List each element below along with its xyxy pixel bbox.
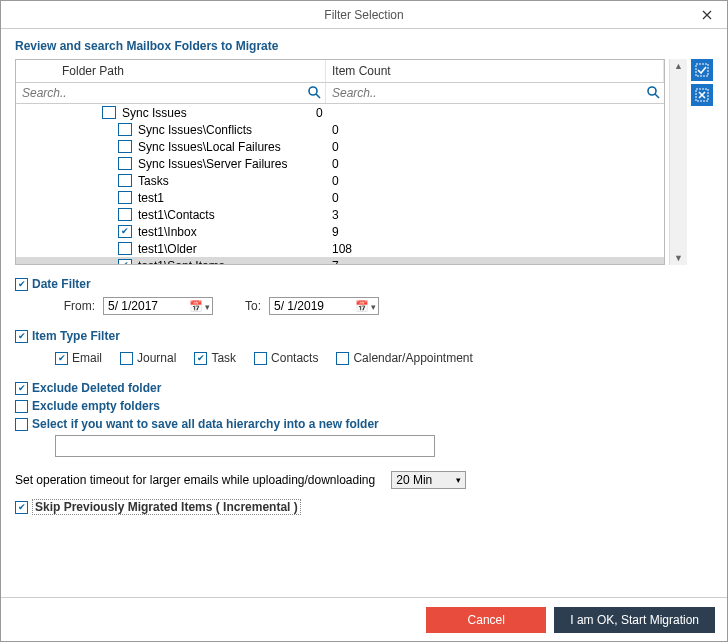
- select-all-button[interactable]: [691, 59, 713, 81]
- item-count-cell: 108: [326, 242, 664, 256]
- exclude-deleted-check[interactable]: Exclude Deleted folder: [15, 381, 713, 395]
- date-filter-check[interactable]: Date Filter: [15, 277, 713, 291]
- svg-point-1: [648, 87, 656, 95]
- item-count-cell: 9: [326, 225, 664, 239]
- item-type-option[interactable]: Contacts: [254, 351, 318, 365]
- checkbox-icon[interactable]: [118, 225, 132, 238]
- item-count-cell: 0: [326, 157, 664, 171]
- item-count-cell: 7: [326, 259, 664, 265]
- titlebar: Filter Selection: [1, 1, 727, 29]
- folder-path-cell: Sync Issues\Conflicts: [136, 123, 326, 137]
- table-row[interactable]: Sync Issues\Local Failures0: [16, 138, 664, 155]
- to-date-picker[interactable]: 5/ 1/2019 📅▾: [269, 297, 379, 315]
- table-row[interactable]: test10: [16, 189, 664, 206]
- scroll-down-icon[interactable]: ▼: [674, 253, 683, 263]
- checkbox-icon[interactable]: [15, 501, 28, 514]
- select-all-icon: [695, 63, 709, 77]
- folder-path-cell: test1\Older: [136, 242, 326, 256]
- checkbox-icon[interactable]: [194, 352, 207, 365]
- search-folder-path-input[interactable]: [16, 83, 325, 103]
- table-row[interactable]: Sync Issues0: [16, 104, 664, 121]
- checkbox-icon[interactable]: [118, 208, 132, 221]
- checkbox-icon[interactable]: [118, 242, 132, 255]
- checkbox-icon[interactable]: [118, 157, 132, 170]
- option-label: Journal: [137, 351, 176, 365]
- folder-path-cell: Sync Issues\Server Failures: [136, 157, 326, 171]
- table-row[interactable]: Sync Issues\Server Failures0: [16, 155, 664, 172]
- scroll-up-icon[interactable]: ▲: [674, 61, 683, 71]
- chevron-down-icon: ▾: [205, 302, 210, 312]
- table-row[interactable]: test1\Sent Items7: [16, 257, 664, 264]
- footer: Cancel I am OK, Start Migration: [1, 597, 727, 641]
- svg-point-0: [309, 87, 317, 95]
- option-label: Contacts: [271, 351, 318, 365]
- save-hierarchy-check[interactable]: Select if you want to save all data hier…: [15, 417, 713, 431]
- checkbox-icon[interactable]: [336, 352, 349, 365]
- calendar-icon: 📅: [189, 300, 203, 312]
- scrollbar[interactable]: ▲ ▼: [669, 59, 687, 265]
- checkbox-icon[interactable]: [118, 174, 132, 187]
- col-item-count[interactable]: Item Count: [326, 60, 664, 82]
- folder-path-cell: Sync Issues\Local Failures: [136, 140, 326, 154]
- item-count-cell: 0: [310, 106, 664, 120]
- col-folder-path[interactable]: Folder Path: [16, 60, 326, 82]
- checkbox-icon[interactable]: [102, 106, 116, 119]
- grid-body: Sync Issues0Sync Issues\Conflicts0Sync I…: [16, 104, 664, 264]
- folder-path-cell: test1: [136, 191, 326, 205]
- checkbox-icon[interactable]: [118, 123, 132, 136]
- option-label: Calendar/Appointment: [353, 351, 472, 365]
- deselect-all-icon: [695, 88, 709, 102]
- item-count-cell: 0: [326, 123, 664, 137]
- table-row[interactable]: test1\Contacts3: [16, 206, 664, 223]
- checkbox-icon[interactable]: [55, 352, 68, 365]
- item-type-filter-check[interactable]: Item Type Filter: [15, 329, 713, 343]
- from-date-picker[interactable]: 5/ 1/2017 📅▾: [103, 297, 213, 315]
- table-row[interactable]: test1\Older108: [16, 240, 664, 257]
- checkbox-icon[interactable]: [120, 352, 133, 365]
- chevron-down-icon: ▾: [371, 302, 376, 312]
- checkbox-icon[interactable]: [15, 400, 28, 413]
- table-row[interactable]: Sync Issues\Conflicts0: [16, 121, 664, 138]
- table-row[interactable]: Tasks0: [16, 172, 664, 189]
- option-label: Email: [72, 351, 102, 365]
- start-migration-button[interactable]: I am OK, Start Migration: [554, 607, 715, 633]
- grid-header: Folder Path Item Count: [16, 60, 664, 83]
- skip-migrated-check[interactable]: Skip Previously Migrated Items ( Increme…: [15, 499, 713, 515]
- folder-path-cell: Tasks: [136, 174, 326, 188]
- table-row[interactable]: test1\Inbox9: [16, 223, 664, 240]
- cancel-button[interactable]: Cancel: [426, 607, 546, 633]
- item-type-option[interactable]: Calendar/Appointment: [336, 351, 472, 365]
- window-title: Filter Selection: [324, 8, 403, 22]
- checkbox-icon[interactable]: [118, 259, 132, 264]
- search-item-count-input[interactable]: [326, 83, 664, 103]
- svg-rect-2: [696, 64, 708, 76]
- folder-grid: Folder Path Item Count Sync Issues0Sy: [15, 59, 665, 265]
- row-indicator-icon: [16, 259, 32, 265]
- folder-path-cell: test1\Inbox: [136, 225, 326, 239]
- from-label: From:: [55, 299, 95, 313]
- item-type-option[interactable]: Email: [55, 351, 102, 365]
- checkbox-icon[interactable]: [15, 418, 28, 431]
- item-count-cell: 0: [326, 191, 664, 205]
- item-type-option[interactable]: Journal: [120, 351, 176, 365]
- chevron-down-icon: ▾: [456, 475, 461, 485]
- exclude-empty-check[interactable]: Exclude empty folders: [15, 399, 713, 413]
- checkbox-icon[interactable]: [118, 191, 132, 204]
- item-count-cell: 0: [326, 174, 664, 188]
- search-icon[interactable]: [307, 85, 321, 102]
- checkbox-icon[interactable]: [15, 278, 28, 291]
- deselect-all-button[interactable]: [691, 84, 713, 106]
- checkbox-icon[interactable]: [15, 330, 28, 343]
- checkbox-icon[interactable]: [15, 382, 28, 395]
- timeout-select[interactable]: 20 Min ▾: [391, 471, 466, 489]
- folder-path-cell: test1\Sent Items: [136, 259, 326, 265]
- save-folder-input[interactable]: [55, 435, 435, 457]
- item-type-option[interactable]: Task: [194, 351, 236, 365]
- close-icon: [702, 10, 712, 20]
- checkbox-icon[interactable]: [118, 140, 132, 153]
- checkbox-icon[interactable]: [254, 352, 267, 365]
- to-label: To:: [221, 299, 261, 313]
- close-button[interactable]: [687, 1, 727, 29]
- search-icon[interactable]: [646, 85, 660, 102]
- option-label: Task: [211, 351, 236, 365]
